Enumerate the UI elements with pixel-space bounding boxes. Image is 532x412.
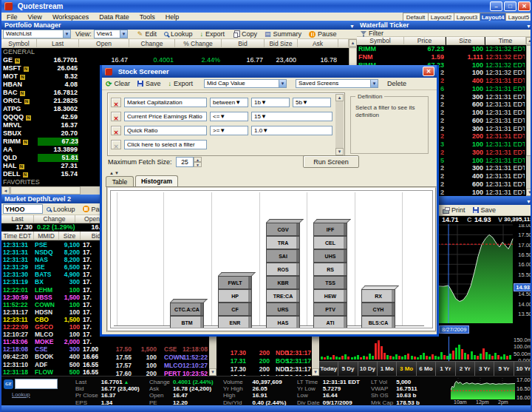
col-header[interactable]: Bid Size: [265, 39, 298, 48]
ask-row[interactable]: 17.55100COWN11:52:22: [105, 354, 208, 361]
col-header[interactable]: % Change: [175, 39, 222, 48]
histogram-block[interactable]: CTC.A:CA: [170, 303, 204, 316]
fetch-size-stepper[interactable]: 25 ▲ ▼: [176, 157, 202, 167]
dialog-titlebar[interactable]: Stock Screener ✕: [102, 65, 437, 78]
time-sales-row[interactable]: 17.30200NDD12:31:17: [219, 349, 312, 357]
remove-filter-button[interactable]: ✕: [111, 98, 121, 107]
panel-menu-icon[interactable]: ▼: [349, 22, 355, 31]
range-5dy[interactable]: 5 Dy: [338, 361, 358, 376]
time-sales-row[interactable]: 17.30200NDD12:31:17: [219, 365, 312, 373]
col-header[interactable]: Size: [446, 37, 485, 45]
histogram-block[interactable]: CGV: [266, 223, 300, 236]
bid-row[interactable]: 12:23:11CBO1,50017.: [1, 316, 103, 323]
bid-row[interactable]: 12:22:09GSCO10017.: [1, 323, 103, 331]
ticker-row[interactable]: FNM1.591,11112:31:32 EDT: [357, 53, 526, 61]
value-select[interactable]: 5b▼: [293, 98, 331, 107]
export-button[interactable]: ↓Export: [196, 30, 228, 38]
screen-type-select[interactable]: Mid Cap Value▼: [204, 79, 287, 88]
panel-menu-icon[interactable]: ▼: [526, 197, 531, 206]
histogram-block[interactable]: TRA: [266, 236, 300, 249]
bid-row[interactable]: 12:31:31PSE9,10017.: [1, 241, 103, 249]
col-header[interactable]: Open: [79, 39, 129, 48]
histogram-block[interactable]: ATI: [313, 316, 347, 328]
histogram-block[interactable]: CEL: [313, 236, 347, 249]
table-row[interactable]: GENERAL: [1, 48, 349, 56]
histogram-block[interactable]: IFF: [313, 223, 347, 236]
bid-row[interactable]: 12:31:29ISE6,50017.: [1, 263, 103, 271]
filter-name-field[interactable]: Current Price Earnings Ratio: [124, 112, 207, 121]
remove-filter-button[interactable]: ✕: [111, 140, 121, 149]
bid-row[interactable]: 09:42:20BOOK40016.66: [1, 353, 103, 360]
restore-button[interactable]: □: [504, 1, 516, 11]
panel-menu-icon[interactable]: ▼: [526, 22, 531, 31]
summary-header[interactable]: Last: [1, 215, 34, 223]
range-5yr[interactable]: 5 Yr: [494, 361, 514, 376]
bid-row[interactable]: 12:10:27MLCO10017.: [1, 331, 103, 338]
bid-row[interactable]: 12:31:18FLOW50016.55: [1, 368, 103, 376]
bid-row[interactable]: 12:31:30BATS4,90017.: [1, 271, 103, 278]
histogram-block[interactable]: HAS: [266, 316, 300, 328]
col-header[interactable]: Price: [404, 37, 446, 45]
minimize-button[interactable]: –: [490, 1, 502, 11]
depth-ask-scrollbar[interactable]: ▼: [209, 337, 216, 376]
bid-row[interactable]: 12:31:31NSDQ8,20017.: [1, 249, 103, 256]
chart-save-button[interactable]: Save: [469, 206, 500, 215]
operator-select[interactable]: <=▼: [210, 112, 248, 121]
ticker-titlebar[interactable]: Waterfall Ticker ▼: [357, 21, 532, 30]
range-3yr[interactable]: 3 Yr: [475, 361, 494, 376]
splitter-handle[interactable]: ▲▼: [109, 171, 120, 175]
tab-histogram[interactable]: Histogram: [135, 175, 178, 187]
summary-header[interactable]: Change: [34, 215, 75, 223]
range-1yr[interactable]: 1 Yr: [436, 361, 455, 376]
quote-lookup-link[interactable]: Lookup: [12, 391, 30, 398]
histogram-block[interactable]: PTV: [313, 303, 347, 316]
delete-button[interactable]: Delete: [387, 80, 406, 87]
col-header[interactable]: Change: [129, 39, 175, 48]
value-select[interactable]: 15▼: [251, 112, 332, 121]
screener-save-button[interactable]: Save: [134, 79, 165, 88]
range-6mo[interactable]: 6 Mo: [417, 361, 436, 376]
filter-name-field[interactable]: Market Capitalization: [124, 98, 207, 107]
ticker-row[interactable]: RIMM67.2310012:31:32 EDT: [357, 45, 526, 53]
range-10yr[interactable]: 10 Yr: [514, 361, 532, 376]
bid-row[interactable]: 12:31:17HDSN10017.: [1, 308, 103, 316]
histogram-block[interactable]: SAI: [266, 249, 300, 263]
col-header[interactable]: Size: [59, 232, 81, 240]
col-header[interactable]: Time: [485, 37, 526, 45]
clear-button[interactable]: ⟳ Clear: [102, 79, 134, 88]
window-titlebar[interactable]: Quotestream – □ ✕: [1, 0, 532, 13]
summary-button[interactable]: ▤Summary: [261, 30, 305, 38]
ask-row[interactable]: 17.57100MLCO12:10:27: [105, 362, 208, 369]
edit-button[interactable]: ✎Edit: [134, 30, 160, 38]
col-header[interactable]: MMID: [34, 232, 59, 240]
value-select[interactable]: 1.0▼: [251, 126, 332, 135]
bid-row[interactable]: 12:31:31NAS8,20017.: [1, 256, 103, 263]
print-button[interactable]: Print: [439, 206, 469, 215]
histogram-block[interactable]: URS: [266, 303, 300, 316]
depth-symbol-input[interactable]: [3, 204, 43, 214]
histogram-block[interactable]: CF: [218, 303, 252, 316]
bid-row[interactable]: 12:30:59UBSS1,50017.: [1, 294, 103, 301]
histogram-block[interactable]: BLS:CA: [361, 316, 395, 328]
dialog-close-button[interactable]: ✕: [423, 67, 434, 76]
col-header[interactable]: [338, 39, 349, 48]
histogram-block[interactable]: RX: [361, 289, 395, 303]
col-header[interactable]: Last: [37, 39, 79, 48]
bid-row[interactable]: 12:18:08CSE30017.00: [1, 345, 103, 353]
histogram-block[interactable]: ENR: [218, 316, 252, 328]
filter-scrollbar[interactable]: ▲ ▼: [335, 94, 344, 155]
histogram-block[interactable]: RS: [313, 263, 347, 276]
copy-button[interactable]: Copy: [228, 30, 261, 38]
histogram-block[interactable]: CYH: [361, 303, 395, 316]
view-select[interactable]: View1▼: [94, 30, 128, 38]
screener-export-button[interactable]: ↓ Export: [164, 79, 197, 88]
bid-row[interactable]: 12:31:10ADF50016.55: [1, 361, 103, 368]
watchlist-select[interactable]: WatchList▼: [3, 30, 71, 38]
bid-row[interactable]: 12:22:01LEHM10017.: [1, 286, 103, 294]
histogram-block[interactable]: HEW: [313, 289, 347, 303]
time-sales-row[interactable]: 17.31200BOS12:31:17: [219, 357, 312, 365]
operator-select[interactable]: >=▼: [210, 126, 248, 135]
range-1mo[interactable]: 1 Mo: [378, 361, 397, 376]
col-header[interactable]: Symbol: [357, 37, 404, 45]
remove-filter-button[interactable]: ✕: [111, 112, 121, 121]
